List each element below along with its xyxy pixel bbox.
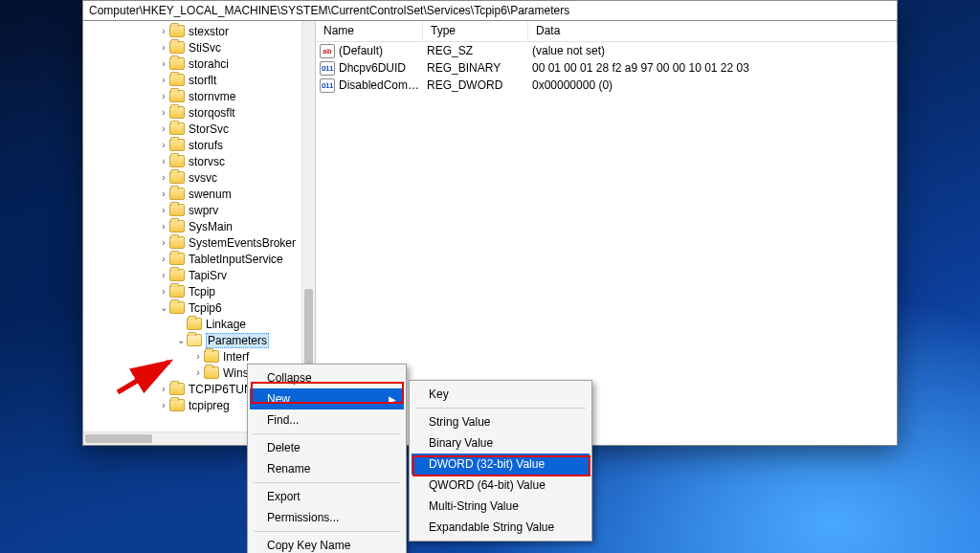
tree-item-svsvc[interactable]: ›svsvc (83, 169, 315, 186)
chevron-right-icon[interactable]: › (158, 107, 169, 119)
folder-icon (169, 269, 185, 281)
tree-item-storflt[interactable]: ›storflt (83, 72, 315, 88)
chevron-right-icon[interactable]: › (158, 188, 169, 200)
chevron-right-icon[interactable]: › (158, 286, 169, 298)
folder-icon (169, 122, 185, 135)
chevron-right-icon[interactable]: › (158, 75, 169, 86)
menu-item-find[interactable]: Find... (250, 409, 404, 431)
chevron-right-icon[interactable]: › (158, 221, 169, 232)
address-bar[interactable] (83, 1, 897, 21)
chevron-right-icon[interactable]: › (158, 123, 169, 135)
tree-label: SysMain (189, 220, 233, 233)
tree-item-stisvc[interactable]: ›StiSvc (83, 39, 315, 55)
value-row[interactable]: ab(Default)REG_SZ(value not set) (316, 42, 897, 59)
tree-item-storufs[interactable]: ›storufs (83, 137, 315, 153)
menu-separator (254, 531, 400, 532)
tree-item-stornvme[interactable]: ›stornvme (83, 88, 315, 104)
scrollbar-thumb[interactable] (304, 289, 313, 375)
column-header-data[interactable]: Data (528, 21, 897, 41)
chevron-right-icon[interactable]: › (158, 205, 169, 216)
folder-icon (204, 350, 219, 363)
tree-item-parameters[interactable]: ⌄Parameters (83, 332, 315, 348)
tree-item-swenum[interactable]: ›swenum (83, 186, 315, 202)
chevron-right-icon[interactable]: › (158, 42, 169, 54)
tree-label: TabletInputService (189, 253, 283, 266)
menu-item-string-value[interactable]: String Value (412, 411, 590, 432)
column-header-name[interactable]: Name (316, 21, 423, 41)
chevron-right-icon[interactable]: › (158, 270, 169, 281)
tree-item-systemeventsbroker[interactable]: ›SystemEventsBroker (83, 234, 315, 251)
tree-label: Linkage (206, 318, 246, 331)
folder-icon (169, 301, 185, 314)
tree-label: storflt (189, 74, 216, 87)
folder-icon (169, 171, 185, 184)
address-input[interactable] (89, 4, 891, 17)
chevron-right-icon[interactable]: › (158, 237, 169, 249)
scrollbar-thumb[interactable] (85, 434, 152, 443)
tree-item-storqosflt[interactable]: ›storqosflt (83, 104, 315, 121)
tree-label: Parameters (206, 333, 269, 348)
menu-item-permissions[interactable]: Permissions... (250, 507, 404, 528)
chevron-right-icon[interactable]: › (158, 140, 169, 151)
submenu-arrow-icon: ▶ (389, 394, 396, 405)
chevron-down-icon[interactable]: ⌄ (158, 302, 169, 314)
menu-item-qword-value[interactable]: QWORD (64-bit) Value (412, 475, 590, 496)
menu-item-multistring-value[interactable]: Multi-String Value (412, 496, 590, 517)
value-type: REG_SZ (427, 44, 532, 57)
tree-item-tcpip6[interactable]: ⌄Tcpip6 (83, 299, 315, 316)
tree-item-storahci[interactable]: ›storahci (83, 55, 315, 72)
menu-item-dword-value[interactable]: DWORD (32-bit) Value (412, 453, 590, 475)
tree-list[interactable]: ›stexstor›StiSvc›storahci›storflt›stornv… (83, 21, 315, 413)
menu-item-rename[interactable]: Rename (250, 458, 404, 479)
column-header-type[interactable]: Type (423, 21, 528, 41)
menu-item-key[interactable]: Key (412, 384, 590, 405)
menu-item-delete[interactable]: Delete (250, 437, 404, 458)
tree-item-stexstor[interactable]: ›stexstor (83, 23, 315, 39)
chevron-right-icon[interactable]: › (158, 91, 169, 102)
chevron-right-icon[interactable]: › (158, 26, 169, 37)
folder-icon (169, 90, 185, 102)
chevron-right-icon[interactable]: › (158, 58, 169, 70)
value-name: (Default) (339, 44, 427, 57)
binary-value-icon: 011 (320, 78, 335, 93)
menu-item-collapse[interactable]: Collapse (250, 367, 404, 388)
value-row[interactable]: 011Dhcpv6DUIDREG_BINARY00 01 00 01 28 f2… (316, 59, 897, 77)
value-name: DisabledCompo... (339, 78, 427, 92)
column-headers[interactable]: Name Type Data (316, 21, 897, 42)
menu-item-expandablestring-value[interactable]: Expandable String Value (412, 517, 590, 538)
tree-label: stexstor (189, 25, 229, 38)
tree-item-tcpip[interactable]: ›Tcpip (83, 283, 315, 299)
folder-icon (169, 41, 185, 54)
tree-label: storqosflt (189, 106, 235, 120)
chevron-right-icon[interactable]: › (158, 156, 169, 167)
tree-item-swprv[interactable]: ›swprv (83, 202, 315, 218)
folder-icon (169, 253, 185, 265)
menu-separator (415, 408, 586, 409)
menu-separator (254, 433, 400, 434)
tree-item-storsvc[interactable]: ›StorSvc (83, 121, 315, 137)
value-row[interactable]: 011DisabledCompo...REG_DWORD0x00000000 (… (316, 77, 897, 94)
tree-label: storvsc (189, 155, 225, 168)
chevron-right-icon[interactable]: › (158, 254, 169, 265)
tree-label: TCPIP6TUNI (189, 383, 256, 396)
tree-item-linkage[interactable]: Linkage (83, 316, 315, 332)
menu-item-export[interactable]: Export (250, 486, 404, 507)
context-submenu-new: Key String Value Binary Value DWORD (32-… (409, 380, 592, 542)
menu-item-new[interactable]: New ▶ (250, 388, 404, 409)
folder-icon (169, 155, 185, 167)
tree-item-storvsc[interactable]: ›storvsc (83, 153, 315, 169)
tree-item-sysmain[interactable]: ›SysMain (83, 218, 315, 234)
value-name: Dhcpv6DUID (339, 61, 427, 75)
tree-label: swprv (189, 204, 218, 217)
menu-item-copykeyname[interactable]: Copy Key Name (250, 535, 404, 553)
tree-item-tapisrv[interactable]: ›TapiSrv (83, 267, 315, 283)
menu-item-binary-value[interactable]: Binary Value (412, 432, 590, 453)
tree-label: StorSvc (189, 122, 229, 136)
chevron-down-icon[interactable]: ⌄ (175, 335, 187, 346)
chevron-right-icon[interactable]: › (158, 172, 169, 184)
tree-label: Interf (223, 350, 249, 364)
tree-item-tabletinputservice[interactable]: ›TabletInputService (83, 251, 315, 267)
value-data: 00 01 00 01 28 f2 a9 97 00 00 10 01 22 0… (532, 61, 897, 75)
folder-icon (169, 236, 185, 249)
value-type: REG_BINARY (427, 61, 532, 75)
